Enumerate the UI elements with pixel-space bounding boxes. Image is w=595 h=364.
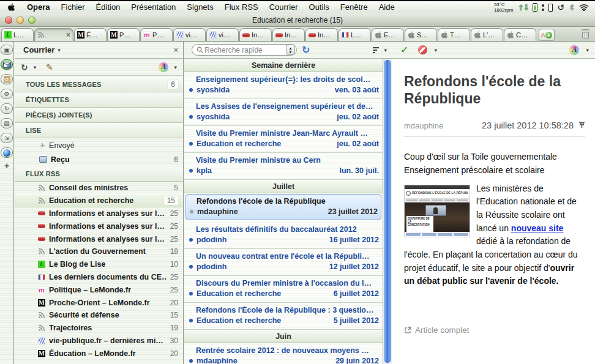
- feed-item-education-et-recherche[interactable]: Education et recherche15: [15, 195, 183, 207]
- tab-15[interactable]: L'…: [471, 28, 503, 41]
- search-scope-stepper[interactable]: ▲▼: [286, 45, 295, 55]
- message-row[interactable]: Refondons l'École de la République : 3 q…: [184, 303, 383, 330]
- fan-control-icon[interactable]: ⇧⇩: [517, 2, 528, 13]
- feed-item-les-derniers-documents-du-ce-[interactable]: Les derniers documents du CE…25: [15, 271, 183, 284]
- block-dropdown-icon[interactable]: ▾: [434, 47, 437, 53]
- tab-9[interactable]: In…: [272, 28, 305, 41]
- mail-panel-header[interactable]: Courrier ▾ ×: [15, 42, 183, 59]
- close-tab-icon[interactable]: ×: [66, 32, 70, 38]
- feed-item-conseil-des-ministres[interactable]: Conseil des ministres5: [15, 182, 183, 195]
- add-panel-button[interactable]: +: [4, 162, 9, 169]
- sidebar-section--tiquettes[interactable]: ÉTIQUETTES: [15, 92, 183, 108]
- message-row[interactable]: Refondons l'école de la Républiquemdauph…: [184, 194, 383, 222]
- sync-dropdown-icon[interactable]: ▾: [34, 64, 37, 70]
- message-row[interactable]: Discours du Premier ministre à l'occasio…: [184, 276, 383, 303]
- tab-5[interactable]: mP…: [140, 28, 173, 41]
- message-row[interactable]: Les résultats définitifs du baccalauréat…: [184, 222, 383, 249]
- tab-10[interactable]: In…: [305, 28, 338, 41]
- tab-3[interactable]: MÉ…: [74, 28, 107, 41]
- panel-mail-icon[interactable]: [1, 59, 13, 70]
- bluetooth-icon[interactable]: [569, 2, 575, 13]
- feed-item-vie-publique-fr-derni-res-mi-[interactable]: vie-publique.fr – dernières mi…30: [15, 335, 183, 347]
- sidebar-section-tous-les-messages[interactable]: TOUS LES MESSAGES6: [15, 77, 183, 92]
- panel-windows-icon[interactable]: ▣: [1, 45, 13, 55]
- pin-icon[interactable]: [578, 122, 585, 130]
- menu-item-présentation[interactable]: Présentation: [125, 1, 181, 13]
- appearance-icon[interactable]: A: [569, 45, 579, 55]
- compose-icon[interactable]: ✎: [46, 62, 53, 72]
- sidebar-item-re-u[interactable]: Reçu6: [15, 152, 183, 166]
- appearance-dropdown-icon[interactable]: ▾: [174, 64, 177, 70]
- feed-item-informations-et-analyses-sur-l[interactable]: Informations et analyses sur l…25: [15, 220, 183, 232]
- feed-item-informations-et-analyses-sur-l[interactable]: Informations et analyses sur l…25: [15, 207, 183, 220]
- message-row[interactable]: Un nouveau contrat entre l'école et la R…: [184, 249, 383, 276]
- sync-icon[interactable]: ↻: [21, 62, 28, 72]
- message-row[interactable]: Enseignement supérieur{=}: les droits de…: [184, 72, 383, 99]
- menu-item-flux-rss[interactable]: Flux RSS: [219, 1, 264, 13]
- sidebar-section-flux-rss[interactable]: FLUX RSS: [15, 166, 183, 182]
- tab-14[interactable]: T…: [438, 28, 470, 41]
- scrollbar-thumb[interactable]: [384, 60, 391, 363]
- feed-item-s-curit-et-d-fense[interactable]: Sécurité et défense15: [15, 309, 183, 322]
- feed-item-politique-lemonde-fr[interactable]: mPolitique – LeMonde.fr25: [15, 283, 183, 296]
- message-row[interactable]: Rentrée scolaire 2012 : de nouveaux moye…: [184, 343, 383, 364]
- tab-13[interactable]: S…: [405, 28, 437, 41]
- window-title-bar[interactable]: Education et recherche (15): [0, 13, 595, 27]
- wifi-icon[interactable]: [579, 2, 589, 13]
- menu-item-fichier[interactable]: Fichier: [56, 1, 91, 13]
- closed-tabs-trash-icon[interactable]: [581, 29, 590, 39]
- refresh-icon[interactable]: ↻: [302, 44, 310, 56]
- tab-7[interactable]: vi…: [206, 28, 239, 41]
- panel-web-icon[interactable]: [1, 147, 13, 158]
- chevron-down-icon[interactable]: ▾: [58, 47, 61, 53]
- tab-12[interactable]: E…: [372, 28, 404, 41]
- search-box[interactable]: ▲▼: [192, 44, 297, 56]
- new-tab-button[interactable]: A+: [539, 29, 555, 41]
- article-link[interactable]: nouveau site: [511, 223, 564, 233]
- time-machine-icon[interactable]: ↺: [557, 2, 564, 13]
- menu-item-fenêtre[interactable]: Fenêtre: [335, 1, 373, 13]
- menu-item-signets[interactable]: Signets: [181, 1, 219, 13]
- sidebar-section-pi-ce-s-jointe-s-[interactable]: PIÈCE(S) JOINTE(S): [15, 108, 183, 123]
- panel-unite-icon[interactable]: ↻: [1, 103, 13, 114]
- status-dots-icon[interactable]: [542, 2, 544, 13]
- sidebar-item-envoy-[interactable]: ✈Envoyé: [15, 138, 183, 152]
- panel-widgets-icon[interactable]: ⚙: [1, 89, 13, 99]
- message-row[interactable]: Visite du Premier ministre au Cernkplalu…: [184, 153, 383, 180]
- article-thumbnail-image[interactable]: REFONDONS L'ÉCOLE DE LA RÉPUBLI OUVERTUR…: [404, 185, 470, 237]
- sort-icon[interactable]: ▾: [373, 47, 387, 53]
- tab-2[interactable]: ×: [34, 28, 73, 41]
- message-row[interactable]: Les Assises de l'enseignement supérieur …: [184, 99, 383, 126]
- feed-item-informations-et-analyses-sur-l[interactable]: Informations et analyses sur l…25: [15, 232, 183, 245]
- tab-1[interactable]: LL…: [1, 28, 34, 41]
- tab-16[interactable]: C…: [504, 28, 536, 41]
- message-list-scrollbar[interactable]: [383, 59, 392, 364]
- close-panel-icon[interactable]: ×: [173, 45, 178, 54]
- feed-item-trajectoires[interactable]: Trajectoires19: [15, 322, 183, 335]
- appearance-icon[interactable]: A: [159, 62, 168, 72]
- panel-notes-icon[interactable]: ▤: [1, 118, 13, 128]
- tab-4[interactable]: MP…: [107, 28, 140, 41]
- feed-item-l-action-du-gouvernement[interactable]: L'action du Gouvernement18: [15, 245, 183, 258]
- sidebar-section-lise[interactable]: LISE: [15, 123, 183, 138]
- block-sender-icon[interactable]: [418, 45, 427, 54]
- feed-item-le-blog-de-lise[interactable]: LLe Blog de Lise10: [15, 258, 183, 271]
- display-icon[interactable]: [548, 2, 553, 13]
- menu-item-édition[interactable]: Édition: [91, 1, 126, 13]
- feed-item-proche-orient-lemonde-fr[interactable]: MProche-Orient – LeMonde.fr20: [15, 296, 183, 309]
- menu-item-courrier[interactable]: Courrier: [264, 1, 304, 13]
- tab-6[interactable]: vi…: [173, 28, 206, 41]
- search-input[interactable]: [203, 45, 286, 55]
- menu-item-aide[interactable]: Aide: [373, 1, 400, 13]
- menu-item-outils[interactable]: Outils: [304, 1, 335, 13]
- tab-11[interactable]: L…: [339, 28, 371, 41]
- appearance-dropdown-icon[interactable]: ▾: [586, 47, 589, 53]
- menu-item-opera[interactable]: Opera: [21, 1, 56, 13]
- apple-menu-icon[interactable]: [7, 3, 15, 12]
- message-row[interactable]: Visite du Premier ministre Jean-Marc Ayr…: [184, 126, 383, 153]
- battery-icon[interactable]: [533, 2, 537, 13]
- tab-8[interactable]: In…: [239, 28, 272, 41]
- panel-contacts-icon[interactable]: @: [1, 74, 13, 84]
- panel-downloads-icon[interactable]: ⇲: [1, 133, 13, 143]
- mark-read-icon[interactable]: ✓: [400, 44, 408, 56]
